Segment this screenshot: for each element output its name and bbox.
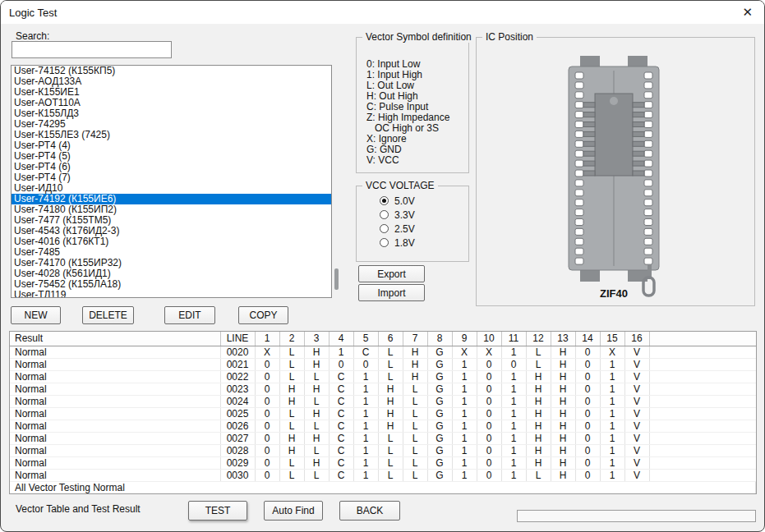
- pin-cell: 0: [575, 383, 600, 395]
- pin-cell: L: [378, 456, 403, 469]
- pin-cell: V: [624, 420, 649, 432]
- pin-cell: 1: [452, 456, 477, 469]
- pin-cell: 0: [477, 432, 501, 444]
- pin-cell: 1: [452, 444, 477, 456]
- pin-cell: 0: [477, 407, 501, 420]
- list-scrollbar[interactable]: [334, 65, 339, 298]
- import-button[interactable]: Import: [358, 284, 425, 301]
- device-list: User-74152 (К155КП5)User-АОД133АUser-К15…: [11, 65, 332, 298]
- pin-cell: L: [279, 469, 304, 481]
- result-cell: Normal: [10, 456, 220, 469]
- pin-cell: L: [526, 469, 551, 481]
- table-body: Normal0020XLH1CLHGXX1LH0XVNormal00210LH0…: [10, 346, 756, 493]
- column-header: 7: [403, 332, 427, 346]
- pin-cell: L: [304, 395, 329, 407]
- pin-cell: 0: [575, 444, 600, 456]
- column-header: Result: [10, 332, 220, 346]
- titlebar: Logic Test ✕: [1, 1, 764, 24]
- column-header: 12: [526, 332, 551, 346]
- list-item[interactable]: User-ТЛ119: [12, 290, 331, 298]
- pin-cell: C: [353, 346, 378, 358]
- vector-symbol-list: 0: Input Low1: Input HighL: Out LowH: Ou…: [366, 59, 465, 166]
- pin-cell: H: [279, 383, 304, 395]
- pin-cell: 1: [452, 420, 477, 432]
- new-button[interactable]: NEW: [11, 306, 61, 324]
- filler-cell: [649, 432, 756, 444]
- pin-cell: L: [403, 407, 427, 420]
- pin-cell: 1: [600, 407, 624, 420]
- pin-cell: L: [526, 346, 551, 358]
- auto-find-button[interactable]: Auto Find: [264, 501, 323, 521]
- pin-cell: 1: [501, 432, 526, 444]
- column-header: 8: [427, 332, 452, 346]
- pin-cell: L: [279, 456, 304, 469]
- close-button[interactable]: ✕: [742, 5, 753, 20]
- progress-bar: [517, 510, 756, 522]
- column-header-filler: [649, 332, 756, 346]
- logic-test-dialog: Logic Test ✕ Search: User-74152 (К155КП5…: [0, 0, 765, 532]
- pin-cell: G: [427, 407, 452, 420]
- pin-cell: H: [378, 420, 403, 432]
- pin-cell: 1: [452, 358, 477, 370]
- test-button[interactable]: TEST: [188, 501, 247, 521]
- pin-cell: 1: [329, 346, 353, 358]
- pin-cell: 1: [353, 420, 378, 432]
- pin-cell: 1: [353, 456, 378, 469]
- pin-cell: 0: [575, 370, 600, 383]
- pin-cell: 1: [452, 383, 477, 395]
- pin-cell: H: [526, 420, 551, 432]
- pin-cell: G: [427, 469, 452, 481]
- column-header: 1: [255, 332, 279, 346]
- pin-cell: G: [427, 456, 452, 469]
- radio-icon: [380, 238, 389, 247]
- pin-cell: H: [279, 432, 304, 444]
- column-header: 9: [452, 332, 477, 346]
- search-input[interactable]: [12, 41, 172, 58]
- pin-cell: G: [427, 346, 452, 358]
- pin-cell: L: [279, 358, 304, 370]
- pin-cell: L: [526, 358, 551, 370]
- vcc-options: 5.0V3.3V2.5V1.8V: [380, 195, 415, 250]
- pin-cell: L: [378, 444, 403, 456]
- column-header: 10: [477, 332, 501, 346]
- table-row: Normal00260LLC1HLG101HH01V: [10, 420, 756, 432]
- pin-cell: V: [624, 432, 649, 444]
- radio-icon: [380, 210, 389, 219]
- list-scrollbar-thumb[interactable]: [334, 268, 339, 290]
- vector-table-grid: ResultLINE12345678910111213141516 Normal…: [10, 332, 756, 494]
- pin-cell: V: [624, 395, 649, 407]
- pin-cell: G: [427, 358, 452, 370]
- edit-button[interactable]: EDIT: [164, 306, 215, 324]
- pin-cell: 0: [255, 444, 279, 456]
- pin-cell: V: [624, 346, 649, 358]
- pin-cell: G: [427, 432, 452, 444]
- pin-cell: H: [526, 444, 551, 456]
- pin-cell: 0: [575, 456, 600, 469]
- copy-button[interactable]: COPY: [238, 306, 288, 324]
- vcc-option-5-0V[interactable]: 5.0V: [380, 195, 415, 209]
- pin-cell: H: [551, 420, 575, 432]
- pin-cell: G: [427, 395, 452, 407]
- pin-cell: H: [304, 383, 329, 395]
- delete-button[interactable]: DELETE: [82, 306, 134, 324]
- pin-cell: 0: [255, 456, 279, 469]
- vcc-option-2-5V[interactable]: 2.5V: [380, 222, 415, 236]
- pin-cell: 0: [575, 346, 600, 358]
- pin-cell: 0: [477, 358, 501, 370]
- filler-cell: [649, 469, 756, 481]
- pin-cell: L: [279, 346, 304, 358]
- export-button[interactable]: Export: [358, 265, 425, 282]
- table-row: Normal00290LHC1LLG101HH01V: [10, 456, 756, 469]
- vcc-option-3-3V[interactable]: 3.3V: [380, 209, 415, 222]
- pin-cell: 0: [255, 395, 279, 407]
- table-row: Normal0020XLH1CLHGXX1LH0XV: [10, 346, 756, 358]
- pin-cell: 0: [255, 407, 279, 420]
- column-header: LINE: [220, 332, 255, 346]
- filler-cell: [649, 346, 756, 358]
- pin-cell: H: [551, 358, 575, 370]
- pin-cell: 1: [600, 456, 624, 469]
- vcc-option-1-8V[interactable]: 1.8V: [380, 236, 415, 250]
- back-button[interactable]: BACK: [339, 501, 400, 521]
- pin-cell: H: [304, 346, 329, 358]
- pin-cell: 0: [575, 432, 600, 444]
